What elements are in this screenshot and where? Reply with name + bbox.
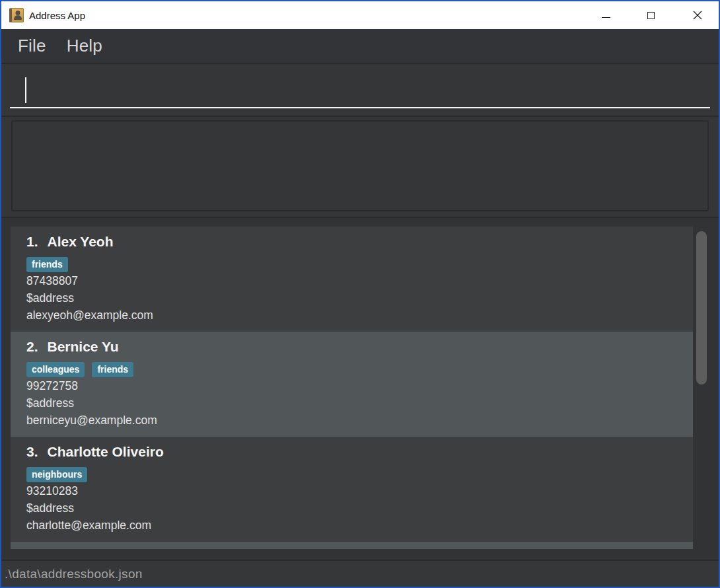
app-window: Address App File Help 1. <box>0 0 720 588</box>
person-tags: colleagues friends <box>26 361 693 377</box>
person-name-row: 3. Charlotte Oliveiro <box>26 444 693 464</box>
person-address: $address <box>26 289 693 307</box>
maximize-icon <box>647 12 655 19</box>
person-name: Bernice Yu <box>48 339 119 355</box>
save-location-status: .\data\addressbook.json <box>1 567 143 581</box>
tag-badge: neighbours <box>26 467 87 482</box>
person-index: 1. <box>26 234 38 250</box>
tag-badge: colleagues <box>26 362 85 377</box>
person-list-panel: 1. Alex Yeoh friends 87438807 $address a… <box>1 217 719 560</box>
address-book-icon[interactable] <box>9 8 24 22</box>
person-phone: 99272758 <box>26 377 693 394</box>
person-name: Alex Yeoh <box>48 234 114 250</box>
tag-badge: friends <box>26 257 68 272</box>
person-phone: 87438807 <box>26 272 693 289</box>
result-display <box>11 120 709 211</box>
person-tags: neighbours <box>26 466 693 482</box>
scrollbar-thumb[interactable] <box>696 231 707 385</box>
person-index: 2. <box>26 339 38 355</box>
menu-help[interactable]: Help <box>67 36 102 56</box>
person-email: alexyeoh@example.com <box>26 307 693 324</box>
person-card[interactable]: 2. Bernice Yu colleagues friends 9927275… <box>11 332 693 437</box>
person-name-row: 1. Alex Yeoh <box>26 234 693 254</box>
person-card[interactable]: 1. Alex Yeoh friends 87438807 $address a… <box>11 227 693 332</box>
command-pane <box>1 64 719 116</box>
icon-person-head <box>15 11 20 15</box>
title-bar[interactable]: Address App <box>1 1 719 29</box>
minimize-icon <box>602 17 610 18</box>
close-icon <box>693 11 702 20</box>
tag-badge: friends <box>92 362 133 377</box>
person-address: $address <box>26 499 693 517</box>
person-email: charlotte@example.com <box>26 517 693 534</box>
menu-bar: File Help <box>1 29 719 64</box>
person-name-row: 2. Bernice Yu <box>26 339 693 359</box>
icon-person-body <box>14 15 22 20</box>
close-button[interactable] <box>682 1 713 29</box>
person-phone: 93210283 <box>26 482 693 499</box>
result-pane <box>1 116 719 217</box>
person-name: Charlotte Oliveiro <box>48 444 164 460</box>
person-email: berniceyu@example.com <box>26 412 693 429</box>
status-bar: .\data\addressbook.json <box>1 560 719 587</box>
person-tags: friends <box>26 256 693 272</box>
person-index: 3. <box>26 444 38 460</box>
person-card-partial[interactable] <box>11 542 693 549</box>
window-title: Address App <box>29 10 85 21</box>
person-address: $address <box>26 394 693 412</box>
maximize-button[interactable] <box>635 1 666 29</box>
command-input-underline <box>10 107 710 108</box>
minimize-button[interactable] <box>591 1 621 29</box>
menu-file[interactable]: File <box>18 36 46 56</box>
person-card[interactable]: 3. Charlotte Oliveiro neighbours 9321028… <box>11 437 693 542</box>
command-input[interactable] <box>1 64 719 116</box>
text-caret <box>25 77 26 103</box>
